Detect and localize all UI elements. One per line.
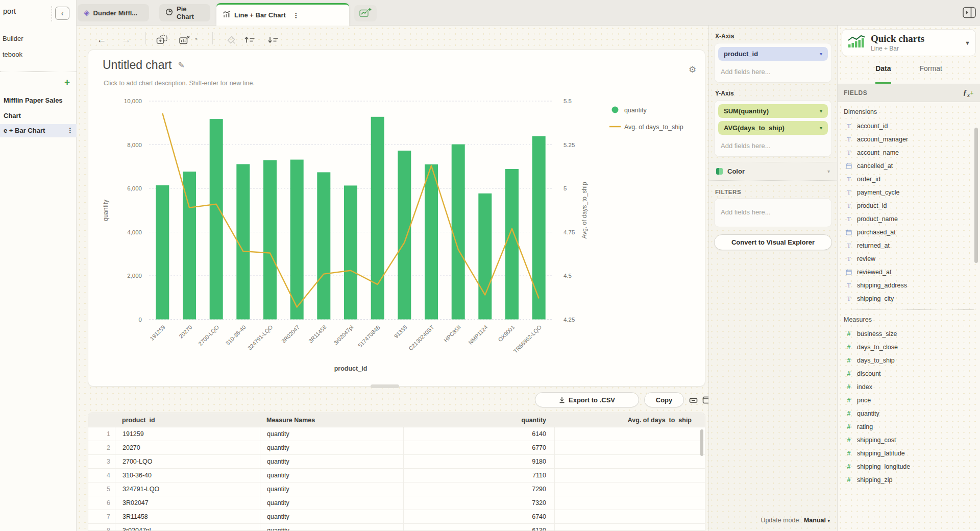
y-axis-field-pill-avg-days-to-ship[interactable]: AVG(days_to_ship) ▾ xyxy=(718,121,828,135)
col-measure-names[interactable]: Measure Names xyxy=(260,413,403,427)
copy-button[interactable]: Copy xyxy=(644,392,684,407)
fields-scrollbar[interactable] xyxy=(974,128,978,263)
x-axis-add-fields[interactable]: Add fields here... xyxy=(718,64,828,79)
table-row[interactable]: 8 3r02047pl quantity 6130 xyxy=(88,524,705,531)
col-product-id[interactable]: product_id xyxy=(115,413,260,427)
col-quantity[interactable]: quantity xyxy=(403,413,554,427)
add-formula-field-button[interactable]: ƒx+ xyxy=(963,88,974,98)
remove-chart-icon xyxy=(179,36,190,44)
add-chart-tab-button[interactable] xyxy=(354,5,377,21)
gear-icon[interactable]: ⚙ xyxy=(689,64,696,75)
field-product_name[interactable]: Tproduct_name xyxy=(838,212,980,226)
resize-grip[interactable] xyxy=(371,384,399,388)
field-shipping_city[interactable]: Tshipping_city xyxy=(838,292,980,305)
undo-button[interactable]: ← xyxy=(95,33,108,46)
sidebar-item-line-bar-chart[interactable]: e + Bar Chart ⋮ xyxy=(0,124,77,137)
sidebar-item-notebook[interactable]: tebook xyxy=(0,49,77,61)
svg-text:4.5: 4.5 xyxy=(564,273,572,279)
row-number: 8 xyxy=(88,524,115,531)
update-mode-select[interactable]: Manual ▾ xyxy=(804,517,830,524)
app-window: port ‹ Builder tebook + Mifflin Paper Sa… xyxy=(0,0,980,531)
sidebar-item-builder[interactable]: Builder xyxy=(0,33,77,45)
chart-title[interactable]: Untitled chart xyxy=(103,58,172,72)
chevron-down-icon[interactable]: ▾ xyxy=(195,36,198,41)
field-reviewed_at[interactable]: reviewed_at xyxy=(838,266,980,279)
export-csv-button[interactable]: Export to .CSV xyxy=(535,392,639,407)
text-type-icon: T xyxy=(845,135,852,143)
chart-description-placeholder[interactable]: Click to add chart description. Shift-en… xyxy=(104,80,255,87)
field-order_id[interactable]: Torder_id xyxy=(838,173,980,186)
remove-chart-button[interactable] xyxy=(178,33,191,46)
table-scrollbar[interactable] xyxy=(700,429,703,456)
sort-ascending-button[interactable] xyxy=(243,33,256,46)
field-index[interactable]: #index xyxy=(838,380,980,394)
redo-button[interactable]: → xyxy=(119,33,133,46)
field-account_name[interactable]: Taccount_name xyxy=(838,146,980,159)
tab-format[interactable]: Format xyxy=(920,64,942,84)
update-mode-label: Update mode: xyxy=(761,517,801,524)
tab-data[interactable]: Data xyxy=(875,64,891,84)
sidebar-item-project[interactable]: Mifflin Paper Sales xyxy=(0,94,77,107)
field-shipping_cost[interactable]: #shipping_cost xyxy=(838,433,980,447)
table-row[interactable]: 3 2700-LQO quantity 9180 xyxy=(88,455,705,469)
col-avg-days-to-ship[interactable]: Avg. of days_to_ship xyxy=(554,413,700,427)
line-bar-chart[interactable]: 04.252,0004.54,0004.756,00058,0005.2510,… xyxy=(88,50,705,387)
number-type-icon: # xyxy=(845,397,852,404)
field-price[interactable]: #price xyxy=(838,394,980,407)
sidebar-item-chart[interactable]: Chart xyxy=(0,109,77,123)
svg-text:OX9001: OX9001 xyxy=(497,324,516,343)
field-payment_cycle[interactable]: Tpayment_cycle xyxy=(838,186,980,199)
filters-add-fields[interactable]: Add fields here... xyxy=(718,202,828,223)
add-item-button[interactable]: + xyxy=(64,77,70,88)
kebab-menu-icon[interactable]: ⋮ xyxy=(67,124,74,137)
table-row[interactable]: 6 3R02047 quantity 7320 xyxy=(88,496,705,510)
x-axis-field-pill[interactable]: product_id ▾ xyxy=(718,47,828,61)
number-type-icon: # xyxy=(845,330,852,337)
field-business_size[interactable]: #business_size xyxy=(838,327,980,341)
convert-to-visual-explorer-button[interactable]: Convert to Visual Explorer xyxy=(714,234,832,250)
field-account_id[interactable]: Taccount_id xyxy=(838,119,980,133)
tab-line-bar-chart[interactable]: Line + Bar Chart ⋮ xyxy=(216,3,349,26)
table-row[interactable]: 7 3R11458 quantity 6740 xyxy=(88,510,705,524)
main-canvas: ← → ▾ 04.252,0004.54,0004.756,00058,0005… xyxy=(77,26,708,531)
field-purchased_at[interactable]: purchased_at xyxy=(838,226,980,239)
field-quantity[interactable]: #quantity xyxy=(838,407,980,420)
minimize-table-icon[interactable] xyxy=(689,396,698,406)
color-row[interactable]: Color ▾ xyxy=(709,162,837,181)
tab-dunder-mifflin[interactable]: ◈ Dunder Miffl... xyxy=(78,4,149,21)
table-row[interactable]: 2 20270 quantity 6770 xyxy=(88,441,705,455)
y-axis-add-fields[interactable]: Add fields here... xyxy=(718,138,828,153)
row-number: 1 xyxy=(88,427,115,441)
kebab-menu-icon[interactable]: ⋮ xyxy=(292,11,300,19)
edit-pencil-icon[interactable]: ✎ xyxy=(178,60,185,70)
table-row[interactable]: 5 324791-LQO quantity 7290 xyxy=(88,482,705,496)
field-shipping_latitude[interactable]: #shipping_latitude xyxy=(838,447,980,460)
filters-dropzone: Add fields here... xyxy=(714,198,832,227)
field-shipping_longitude[interactable]: #shipping_longitude xyxy=(838,460,980,473)
sort-descending-button[interactable] xyxy=(266,33,280,46)
field-rating[interactable]: #rating xyxy=(838,420,980,433)
y-axis-field-pill-sum-quantity[interactable]: SUM(quantity) ▾ xyxy=(718,104,828,118)
field-cancelled_at[interactable]: cancelled_at xyxy=(838,159,980,173)
tab-pie-chart[interactable]: Pie Chart xyxy=(159,4,210,21)
field-product_id[interactable]: Tproduct_id xyxy=(838,199,980,212)
field-shipping_address[interactable]: Tshipping_address xyxy=(838,279,980,292)
chevron-left-icon: ‹ xyxy=(61,9,64,17)
field-returned_at[interactable]: Treturned_at xyxy=(838,239,980,252)
svg-text:5: 5 xyxy=(564,185,567,191)
field-days_to_close[interactable]: #days_to_close xyxy=(838,341,980,354)
duplicate-chart-button[interactable] xyxy=(155,33,168,46)
collapse-sidebar-button[interactable]: ‹ xyxy=(55,7,69,20)
svg-text:Avg. of days_to_ship: Avg. of days_to_ship xyxy=(581,182,588,239)
field-discount[interactable]: #discount xyxy=(838,367,980,380)
field-shipping_zip[interactable]: #shipping_zip xyxy=(838,473,980,487)
field-account_manager[interactable]: Taccount_manager xyxy=(838,133,980,146)
field-days_to_ship[interactable]: #days_to_ship xyxy=(838,354,980,367)
table-row[interactable]: 4 310-36-40 quantity 7110 xyxy=(88,469,705,482)
expand-panel-icon[interactable] xyxy=(963,7,976,20)
tab-bar: ◈ Dunder Miffl... Pie Chart Line + Bar C… xyxy=(77,0,980,26)
table-row[interactable]: 1 191259 quantity 6140 xyxy=(88,427,705,441)
field-review[interactable]: Treview xyxy=(838,252,980,266)
label-tool-button[interactable] xyxy=(225,33,238,46)
chart-type-selector[interactable]: Quick charts Line + Bar ▼ xyxy=(842,29,976,56)
